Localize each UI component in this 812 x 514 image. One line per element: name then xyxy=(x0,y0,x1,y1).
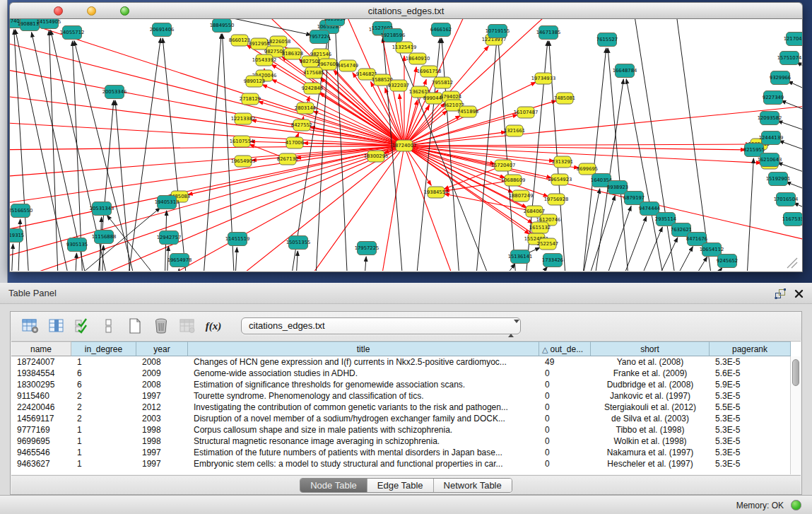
citation-edge-black[interactable] xyxy=(626,79,671,271)
table-cell[interactable]: 49 xyxy=(539,356,591,368)
table-cell[interactable]: 5.6E-5 xyxy=(710,368,791,379)
table-cell[interactable]: Investigating the contribution of common… xyxy=(188,402,539,413)
table-cell[interactable]: 1 xyxy=(71,458,136,469)
table-cell[interactable]: 2009 xyxy=(136,368,188,379)
table-cell[interactable]: 18300295 xyxy=(11,379,71,390)
table-cell[interactable]: Structural magnetic resonance image aver… xyxy=(188,436,539,447)
table-cell[interactable]: 5.3E-5 xyxy=(710,413,791,424)
table-cell[interactable]: Tibbo et al. (1998) xyxy=(591,424,710,436)
table-cell[interactable]: 0 xyxy=(539,458,591,469)
column-header-short[interactable]: short xyxy=(591,341,710,356)
tab-network-table[interactable]: Network Table xyxy=(433,479,512,492)
table-row[interactable]: 1830029562008Estimation of significance … xyxy=(11,379,801,390)
table-row[interactable]: 977716911998Corpus callosum shape and si… xyxy=(11,424,801,436)
column-header-in_degree[interactable]: in_degree xyxy=(71,341,136,356)
close-panel-icon[interactable] xyxy=(794,288,804,301)
table-row[interactable]: 946554611997Estimation of the future num… xyxy=(11,447,801,458)
column-header-year[interactable]: year xyxy=(136,341,188,356)
table-cell[interactable]: Nakamura et al. (1997) xyxy=(591,447,710,458)
tab-edge-table[interactable]: Edge Table xyxy=(367,479,433,492)
citation-edge-black[interactable] xyxy=(686,268,722,271)
table-row[interactable]: 911546021997Tourette syndrome. Phenomeno… xyxy=(11,390,801,402)
citation-edge-red[interactable] xyxy=(258,101,404,146)
citation-edge-red[interactable] xyxy=(10,146,404,150)
citation-edge-red[interactable] xyxy=(10,93,404,146)
table-cell[interactable]: 19384554 xyxy=(11,368,71,379)
minimize-window-button[interactable] xyxy=(87,6,96,16)
function-builder-icon[interactable]: f(x) xyxy=(204,317,223,335)
citation-edge-black[interactable] xyxy=(577,195,615,271)
tab-node-table[interactable]: Node Table xyxy=(300,479,367,492)
table-cell[interactable]: 1998 xyxy=(136,436,188,447)
table-cell[interactable]: 0 xyxy=(539,368,591,379)
table-cell[interactable]: 2003 xyxy=(136,413,188,424)
citation-edge-black[interactable] xyxy=(16,30,77,271)
table-cell[interactable]: 0 xyxy=(539,424,591,436)
table-cell[interactable]: 5.3E-5 xyxy=(710,447,791,458)
table-cell[interactable]: 2012 xyxy=(136,402,188,413)
table-cell[interactable]: Wolkin et al. (1998) xyxy=(591,436,710,447)
column-header-pagerank[interactable]: pagerank xyxy=(710,341,791,356)
table-cell[interactable]: Dudbridge et al. (2008) xyxy=(591,379,710,390)
table-cell[interactable]: 2 xyxy=(71,390,136,402)
table-cell[interactable]: 9777169 xyxy=(11,424,71,436)
select-rows-icon[interactable] xyxy=(73,317,93,335)
table-cell[interactable]: 9699695 xyxy=(11,436,71,447)
citation-edge-red[interactable] xyxy=(404,146,462,271)
close-window-button[interactable] xyxy=(54,6,63,16)
table-cell[interactable]: 14569117 xyxy=(11,413,71,424)
table-cell[interactable]: Yano et al. (2008) xyxy=(591,356,710,368)
citation-edge-red[interactable] xyxy=(10,146,404,206)
citation-edge-black[interactable] xyxy=(745,158,753,271)
table-cell[interactable]: 1997 xyxy=(136,458,188,469)
table-cell[interactable]: 5.3E-5 xyxy=(710,390,791,402)
table-row[interactable]: 1872400712008Changes of HCN gene express… xyxy=(11,356,801,368)
network-canvas[interactable]: 1872400718300295193845548660123891295418… xyxy=(9,19,803,272)
canvas-resize-grip[interactable] xyxy=(787,258,797,268)
table-cell[interactable]: 2008 xyxy=(136,356,188,368)
table-cell[interactable]: 1998 xyxy=(136,424,188,436)
table-cell[interactable]: 2 xyxy=(71,402,136,413)
citation-edge-black[interactable] xyxy=(32,33,95,271)
citation-edge-red[interactable] xyxy=(404,144,751,146)
table-row[interactable]: 1456911722003Disruption of a novel membe… xyxy=(11,413,801,424)
column-header-name[interactable]: name xyxy=(11,341,71,356)
citation-edge-black[interactable] xyxy=(201,34,221,271)
citation-edge-red[interactable] xyxy=(10,37,404,146)
table-row[interactable]: 1938455462009Genome-wide association stu… xyxy=(11,368,801,379)
table-row[interactable]: 969969511998Structural magnetic resonanc… xyxy=(11,436,801,447)
unselect-rows-icon[interactable] xyxy=(99,317,119,335)
citation-edge-red[interactable] xyxy=(404,132,506,146)
table-cell[interactable]: 6 xyxy=(71,379,136,390)
table-cell[interactable]: 1 xyxy=(71,356,136,368)
table-cell[interactable]: 2008 xyxy=(136,379,188,390)
table-cell[interactable]: 0 xyxy=(539,436,591,447)
table-cell[interactable]: Franke et al. (2009) xyxy=(591,368,710,379)
table-settings-icon[interactable] xyxy=(20,317,40,335)
column-header-out_de[interactable]: △out_de... xyxy=(539,341,591,356)
citation-edge-black[interactable] xyxy=(476,264,515,271)
table-header-row[interactable]: namein_degreeyeartitle△out_de...shortpag… xyxy=(11,341,801,356)
table-cell[interactable]: 5.5E-5 xyxy=(710,402,791,413)
table-row[interactable]: 946362711997Embryonic stem cells: a mode… xyxy=(11,458,801,469)
citation-edge-black[interactable] xyxy=(508,267,548,271)
citation-edge-black[interactable] xyxy=(788,81,802,97)
citation-edge-black[interactable] xyxy=(10,244,13,271)
table-cell[interactable]: 0 xyxy=(539,413,591,424)
table-cell[interactable]: 1997 xyxy=(136,447,188,458)
table-cell[interactable]: 0 xyxy=(539,402,591,413)
network-window-titlebar[interactable]: citations_edges.txt xyxy=(9,2,803,19)
table-row[interactable]: 2242004622012Investigating the contribut… xyxy=(11,402,801,413)
citation-edge-black[interactable] xyxy=(294,251,298,271)
table-cell[interactable]: Corpus callosum shape and size in male p… xyxy=(188,424,539,436)
table-cell[interactable]: Hescheler et al. (1997) xyxy=(591,458,710,469)
table-cell[interactable]: 9465546 xyxy=(11,447,71,458)
zoom-window-button[interactable] xyxy=(120,6,129,16)
table-cell[interactable]: 18724007 xyxy=(11,356,71,368)
citation-edge-red[interactable] xyxy=(404,146,761,163)
left-panel-edge[interactable] xyxy=(0,0,8,283)
citation-edge-black[interactable] xyxy=(779,141,802,156)
table-cell[interactable]: 0 xyxy=(539,447,591,458)
table-cell[interactable]: 1 xyxy=(71,436,136,447)
table-cell[interactable]: Changes of HCN gene expression and I(f) … xyxy=(188,356,539,368)
